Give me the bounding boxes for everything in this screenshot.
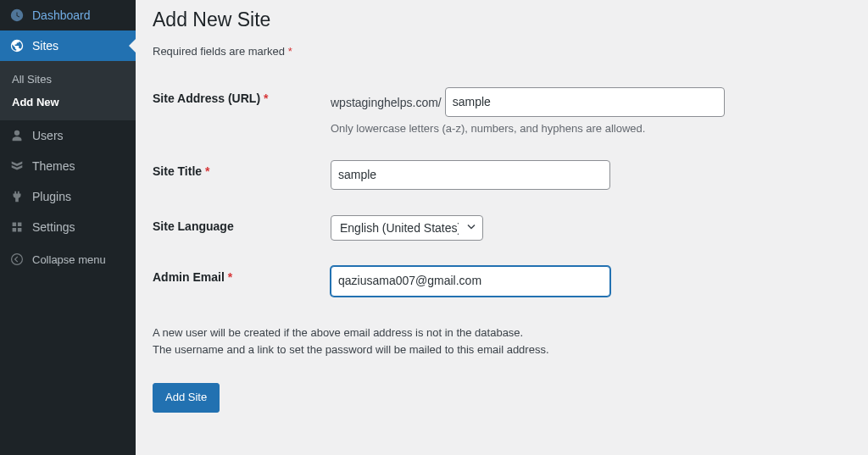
collapse-menu[interactable]: Collapse menu xyxy=(0,244,136,275)
site-title-label-cell: Site Title * xyxy=(153,147,322,203)
submenu-all-sites[interactable]: All Sites xyxy=(0,68,136,91)
site-address-input[interactable] xyxy=(445,87,725,117)
required-asterisk: * xyxy=(264,92,268,105)
admin-email-input[interactable] xyxy=(331,266,610,296)
menu-plugins[interactable]: Plugins xyxy=(0,181,136,212)
required-note-text: Required fields are marked xyxy=(153,45,288,58)
dashboard-icon xyxy=(8,7,25,24)
required-asterisk: * xyxy=(288,45,292,58)
menu-settings[interactable]: Settings xyxy=(0,212,136,242)
site-language-label-cell: Site Language xyxy=(153,203,322,253)
main-content: Add New Site Required fields are marked … xyxy=(136,0,868,455)
submenu-add-new[interactable]: Add New xyxy=(0,91,136,114)
admin-email-label: Admin Email xyxy=(153,270,228,284)
admin-sidebar: Dashboard Sites All Sites Add New Users … xyxy=(0,0,136,455)
required-asterisk: * xyxy=(228,270,232,284)
collapse-label: Collapse menu xyxy=(32,253,106,266)
menu-label: Themes xyxy=(32,159,75,173)
info-line-1: A new user will be created if the above … xyxy=(153,326,523,339)
settings-icon xyxy=(8,219,25,236)
submit-row: Add Site xyxy=(153,383,851,413)
page-title: Add New Site xyxy=(153,8,851,31)
users-icon xyxy=(8,127,25,144)
svg-point-0 xyxy=(12,254,23,265)
menu-users[interactable]: Users xyxy=(0,120,136,151)
collapse-icon xyxy=(8,251,25,268)
site-address-prefix: wpstaginghelps.com/ xyxy=(331,96,442,109)
menu-label: Plugins xyxy=(32,190,71,203)
info-line-2: The username and a link to set the passw… xyxy=(153,343,549,356)
menu-label: Sites xyxy=(32,39,58,53)
sites-icon xyxy=(8,37,25,54)
site-address-label-cell: Site Address (URL) * xyxy=(153,75,322,147)
add-site-button[interactable]: Add Site xyxy=(153,383,220,413)
menu-sites[interactable]: Sites xyxy=(0,31,136,61)
required-asterisk: * xyxy=(205,164,209,178)
menu-dashboard[interactable]: Dashboard xyxy=(0,0,136,31)
required-note: Required fields are marked * xyxy=(153,45,851,58)
info-text: A new user will be created if the above … xyxy=(153,325,851,360)
site-language-select[interactable]: English (United States) xyxy=(331,215,483,241)
submenu-sites: All Sites Add New xyxy=(0,61,136,120)
menu-label: Users xyxy=(32,129,64,142)
site-address-label: Site Address (URL) xyxy=(153,92,264,105)
plugins-icon xyxy=(8,188,25,205)
site-title-label: Site Title xyxy=(153,164,205,178)
themes-icon xyxy=(8,158,25,175)
site-language-label: Site Language xyxy=(153,219,234,233)
site-title-input[interactable] xyxy=(331,160,610,190)
form-table: Site Address (URL) * wpstaginghelps.com/… xyxy=(153,75,851,309)
admin-email-label-cell: Admin Email * xyxy=(153,253,322,308)
menu-themes[interactable]: Themes xyxy=(0,151,136,181)
menu-label: Settings xyxy=(32,220,75,234)
site-address-desc: Only lowercase letters (a-z), numbers, a… xyxy=(331,122,843,135)
menu-label: Dashboard xyxy=(32,8,91,22)
